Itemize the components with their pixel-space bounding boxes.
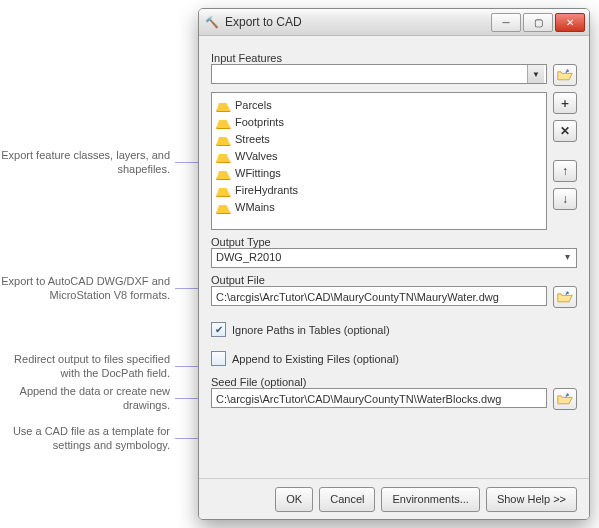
- list-item[interactable]: WValves: [214, 148, 544, 165]
- titlebar-icon: 🔨: [205, 16, 219, 29]
- list-item[interactable]: WFittings: [214, 165, 544, 182]
- button-label: Environments...: [392, 493, 468, 505]
- cancel-button[interactable]: Cancel: [319, 487, 375, 512]
- output-type-value: DWG_R2010: [216, 251, 281, 263]
- browse-output-button[interactable]: [553, 286, 577, 308]
- layer-icon: [216, 167, 231, 180]
- maximize-button[interactable]: ▢: [523, 13, 553, 32]
- layer-icon: [216, 116, 231, 129]
- button-label: OK: [286, 493, 302, 505]
- browse-input-button[interactable]: [553, 64, 577, 86]
- button-label: Show Help >>: [497, 493, 566, 505]
- output-type-select[interactable]: DWG_R2010: [211, 248, 577, 268]
- layer-icon: [216, 184, 231, 197]
- list-item-label: WMains: [235, 200, 275, 215]
- close-button[interactable]: ✕: [555, 13, 585, 32]
- label-input-features: Input Features: [211, 52, 577, 64]
- callout-text: Redirect output to files specified with …: [14, 353, 170, 379]
- callout-2: Export to AutoCAD DWG/DXF and MicroStati…: [0, 274, 170, 302]
- plus-icon: ＋: [559, 95, 571, 112]
- layer-icon: [216, 201, 231, 214]
- label-seed-file: Seed File (optional): [211, 376, 577, 388]
- environments-button[interactable]: Environments...: [381, 487, 479, 512]
- arrow-up-icon: ↑: [562, 164, 568, 178]
- list-item-label: WValves: [235, 149, 278, 164]
- callout-text: Use a CAD file as a template for setting…: [13, 425, 170, 451]
- dialog-export-to-cad: 🔨 Export to CAD ─ ▢ ✕ Input Features Par…: [198, 8, 590, 520]
- callout-text: Append the data or create new drawings.: [20, 385, 170, 411]
- folder-open-icon: [557, 290, 573, 304]
- output-file-input[interactable]: C:\arcgis\ArcTutor\CAD\MauryCountyTN\Mau…: [211, 286, 547, 306]
- list-item-label: Streets: [235, 132, 270, 147]
- window-title: Export to CAD: [225, 15, 491, 29]
- show-help-button[interactable]: Show Help >>: [486, 487, 577, 512]
- folder-open-icon: [557, 392, 573, 406]
- list-item-label: Parcels: [235, 98, 272, 113]
- ok-button[interactable]: OK: [275, 487, 313, 512]
- label-output-file: Output File: [211, 274, 577, 286]
- browse-seed-button[interactable]: [553, 388, 577, 410]
- callout-1: Export feature classes, layers, and shap…: [0, 148, 170, 176]
- callout-3: Redirect output to files specified with …: [0, 352, 170, 380]
- input-features-list[interactable]: Parcels Footprints Streets WValves WFitt…: [211, 92, 547, 230]
- x-icon: ✕: [560, 124, 570, 138]
- layer-icon: [216, 99, 231, 112]
- label-append: Append to Existing Files (optional): [232, 353, 399, 365]
- dialog-button-bar: OK Cancel Environments... Show Help >>: [199, 478, 589, 519]
- move-down-button[interactable]: ↓: [553, 188, 577, 210]
- list-item-label: Footprints: [235, 115, 284, 130]
- callout-text: Export to AutoCAD DWG/DXF and MicroStati…: [1, 275, 170, 301]
- callout-4: Append the data or create new drawings.: [0, 384, 170, 412]
- label-output-type: Output Type: [211, 236, 577, 248]
- seed-file-input[interactable]: C:\arcgis\ArcTutor\CAD\MauryCountyTN\Wat…: [211, 388, 547, 408]
- seed-file-value: C:\arcgis\ArcTutor\CAD\MauryCountyTN\Wat…: [216, 393, 501, 405]
- output-file-value: C:\arcgis\ArcTutor\CAD\MauryCountyTN\Mau…: [216, 291, 499, 303]
- label-ignore-paths: Ignore Paths in Tables (optional): [232, 324, 390, 336]
- arrow-down-icon: ↓: [562, 192, 568, 206]
- list-item-label: FireHydrants: [235, 183, 298, 198]
- add-feature-button[interactable]: ＋: [553, 92, 577, 114]
- titlebar: 🔨 Export to CAD ─ ▢ ✕: [199, 9, 589, 36]
- checkbox-ignore-paths[interactable]: ✔: [211, 322, 226, 337]
- list-item[interactable]: FireHydrants: [214, 182, 544, 199]
- callout-text: Export feature classes, layers, and shap…: [1, 149, 170, 175]
- button-label: Cancel: [330, 493, 364, 505]
- layer-icon: [216, 150, 231, 163]
- move-up-button[interactable]: ↑: [553, 160, 577, 182]
- remove-feature-button[interactable]: ✕: [553, 120, 577, 142]
- list-item[interactable]: Parcels: [214, 97, 544, 114]
- callout-5: Use a CAD file as a template for setting…: [0, 424, 170, 452]
- layer-icon: [216, 133, 231, 146]
- input-features-dropdown[interactable]: [211, 64, 547, 84]
- checkbox-append[interactable]: [211, 351, 226, 366]
- list-item[interactable]: Footprints: [214, 114, 544, 131]
- minimize-button[interactable]: ─: [491, 13, 521, 32]
- list-item[interactable]: Streets: [214, 131, 544, 148]
- list-item-label: WFittings: [235, 166, 281, 181]
- list-item[interactable]: WMains: [214, 199, 544, 216]
- folder-open-icon: [557, 68, 573, 82]
